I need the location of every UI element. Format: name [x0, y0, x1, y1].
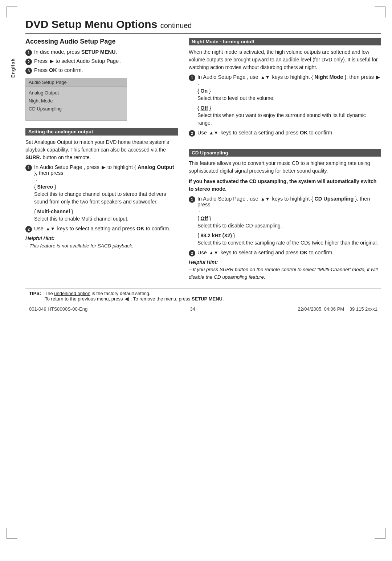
- tips-label: TIPS:: [29, 291, 41, 302]
- step-2-num: 2: [25, 58, 32, 65]
- corner-mark-br: [375, 528, 385, 539]
- cd-upsampling-bold: If you have activated the CD upsampling,…: [189, 178, 381, 193]
- screenshot-item-1: Analog Output: [29, 89, 124, 97]
- analogue-hint-title: Helpful Hint:: [25, 235, 54, 241]
- step-1-num: 1: [25, 49, 32, 56]
- night-on-desc: Select this to level out the volume.: [197, 94, 381, 102]
- cd-upsampling-body: This feature allows you to convert your …: [189, 160, 381, 175]
- night-mode-bar: Night Mode - turning on/off: [189, 38, 381, 45]
- cd-hint-body: – If you press SURR button on the remote…: [189, 267, 378, 279]
- cd-off-desc: Select this to disable CD-upsampling.: [197, 222, 381, 230]
- screenshot-box: Audio Setup Page Analog Output Night Mod…: [25, 78, 127, 121]
- right-column: Night Mode - turning on/off When the nig…: [189, 38, 381, 281]
- night-mode-step-2: 2 Use ▲▼ keys to select a setting and pr…: [189, 130, 381, 137]
- cd-khz-desc: Select this to convert the sampling rate…: [197, 239, 381, 247]
- page-wrapper: English DVD Setup Menu Options continued…: [0, 0, 392, 561]
- page-num-bar: 001-049 HTS8000S-00-Eng 34 22/04/2005, 0…: [25, 306, 381, 312]
- corner-mark-tr: [375, 7, 385, 17]
- left-section-heading: Accessing Audio Setup Page: [25, 38, 178, 45]
- cd-step-2: 2 Use ▲▼ keys to select a setting and pr…: [189, 250, 381, 257]
- analogue-section-bar: Setting the analogue output: [25, 128, 178, 136]
- date-model: 22/04/2005, 04:06 PM 39 115 2xxx1: [298, 306, 377, 312]
- multichannel-option-label: { Multi-channel }: [34, 209, 178, 214]
- night-off-desc: Select this when you want to enjoy the s…: [197, 112, 381, 127]
- page-title-text: DVD Setup Menu Options: [25, 18, 157, 30]
- corner-mark-bl: [7, 528, 17, 539]
- right-divider: [189, 140, 381, 145]
- night-mode-step-1-num: 1: [189, 74, 195, 81]
- analogue-step-1: 1 In Audio Setup Page , press ▶ to highl…: [25, 164, 178, 182]
- cd-helpful-hint: Helpful Hint: – If you press SURR button…: [189, 259, 381, 281]
- main-content: DVD Setup Menu Options continued Accessi…: [25, 11, 381, 312]
- step-3: 3 Press OK to confirm.: [25, 67, 178, 74]
- left-column: Accessing Audio Setup Page 1 In disc mod…: [25, 38, 178, 281]
- step-1: 1 In disc mode, press SETUP MENU.: [25, 49, 178, 56]
- tips-bar: TIPS: The underlined option is the facto…: [25, 288, 381, 304]
- cd-step-2-text: Use ▲▼ keys to select a setting and pres…: [197, 250, 334, 255]
- cd-step-1: 1 In Audio Setup Page , use ▲▼ keys to h…: [189, 196, 381, 213]
- stereo-option-desc: Select this to change channel output to …: [34, 190, 178, 206]
- night-mode-step-1: 1 In Audio Setup Page , use ▲▼ keys to h…: [189, 74, 381, 86]
- cd-step-1-num: 1: [189, 196, 195, 203]
- tips-underline: underlined option: [54, 291, 90, 296]
- analogue-body: Set Analogue Output to match your DVD ho…: [25, 138, 178, 161]
- step-2: 2 Press ▶ to select Audio Setup Page .: [25, 58, 178, 65]
- sidebar-language-label: English: [10, 58, 16, 78]
- tips-line2: To return to the previous menu, press ◀ …: [45, 296, 224, 302]
- screenshot-item-2: Night Mode: [29, 97, 124, 105]
- analogue-step-2: 2 Use ▲▼ keys to select a setting and pr…: [25, 226, 178, 233]
- tips-content: The underlined option is the factory def…: [45, 291, 224, 302]
- analogue-step-2-text: Use ▲▼ keys to select a setting and pres…: [34, 226, 170, 231]
- analogue-helpful-hint: Helpful Hint: – This feature is not avai…: [25, 235, 178, 250]
- page-title: DVD Setup Menu Options continued: [25, 18, 381, 34]
- multichannel-option-desc: Select this to enable Multi-channel outp…: [34, 215, 178, 223]
- corner-mark-tl: [7, 7, 17, 17]
- step-3-text: Press OK to confirm.: [34, 67, 83, 73]
- night-mode-step-2-num: 2: [189, 130, 195, 137]
- night-mode-step-1-text: In Audio Setup Page , use ▲▼ keys to hig…: [197, 74, 381, 86]
- page-date: 22/04/2005, 04:06 PM: [298, 306, 344, 312]
- screenshot-item-list: Analog Output Night Mode CD Upsampling: [26, 87, 127, 120]
- night-on-label: { On }: [197, 88, 381, 94]
- analogue-step-1-num: 1: [25, 165, 32, 171]
- page-model: 39 115 2xxx1: [350, 306, 377, 312]
- page-title-suffix: continued: [160, 21, 192, 29]
- analogue-step-2-num: 2: [25, 226, 32, 233]
- cd-step-2-num: 2: [189, 250, 195, 257]
- stereo-option-label: { Stereo }: [34, 184, 178, 190]
- analogue-step-1-text: In Audio Setup Page , press ▶ to highlig…: [34, 164, 178, 182]
- cd-hint-title: Helpful Hint:: [189, 259, 218, 265]
- page-number: 34: [190, 306, 195, 312]
- two-col-layout: Accessing Audio Setup Page 1 In disc mod…: [25, 38, 381, 281]
- cd-upsampling-bar: CD Upsampling: [189, 149, 381, 157]
- night-mode-step-2-text: Use ▲▼ keys to select a setting and pres…: [197, 130, 334, 136]
- cd-khz-label: { 88.2 kHz (X2) }: [197, 233, 381, 238]
- screenshot-item-3: CD Upsampling: [29, 105, 124, 113]
- analogue-hint-body: – This feature is not available for SACD…: [25, 243, 133, 249]
- step-3-num: 3: [25, 68, 32, 74]
- cd-step-1-text: In Audio Setup Page , use ▲▼ keys to hig…: [197, 196, 381, 213]
- cd-off-label: { Off }: [197, 215, 381, 221]
- step-2-text: Press ▶ to select Audio Setup Page .: [34, 58, 122, 64]
- screenshot-header: Audio Setup Page: [26, 78, 127, 87]
- night-off-label: { Off }: [197, 105, 381, 111]
- doc-number: 001-049 HTS8000S-00-Eng: [29, 306, 87, 312]
- night-mode-body: When the night mode is activated, the hi…: [189, 48, 381, 71]
- step-1-text: In disc mode, press SETUP MENU.: [34, 49, 117, 55]
